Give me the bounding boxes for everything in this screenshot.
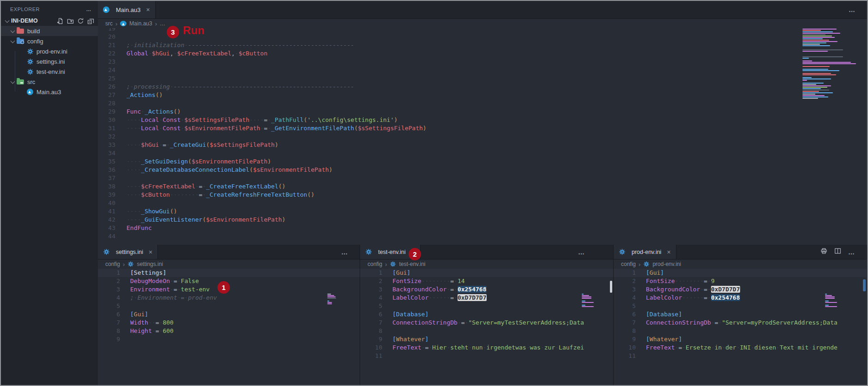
chevron-down-icon[interactable] xyxy=(10,39,17,43)
minimap[interactable] xyxy=(582,294,596,309)
breadcrumb-file[interactable]: Main.au3 xyxy=(129,20,152,27)
print-icon[interactable] xyxy=(820,247,827,256)
code-line-27[interactable]: 27_Actions() xyxy=(98,91,867,99)
code-line-11[interactable]: 11 xyxy=(360,352,613,360)
code-line-35[interactable]: 35····_SetGuiDesign($sEnvironmentFilePat… xyxy=(98,157,867,166)
tab-settings-ini[interactable]: settings.ini× xyxy=(98,245,158,259)
code-area[interactable]: 1[Gui]2FontSize········=·143BackgroundCo… xyxy=(360,269,613,385)
code-line-38[interactable]: 38····$cFreeTextLabel·=·_CreateFreeTextL… xyxy=(98,182,867,191)
code-line-4[interactable]: 4;·Environment·=·prod-env xyxy=(98,294,360,302)
code-line-6[interactable]: 6[Gui] xyxy=(98,310,360,319)
breadcrumb-src[interactable]: src xyxy=(105,20,113,27)
tree-root-row[interactable]: INI-DEMO xyxy=(1,16,98,26)
code-line-9[interactable]: 9[Whatever] xyxy=(614,335,867,344)
code-line-6[interactable]: 6[Database] xyxy=(360,310,613,319)
chevron-down-icon[interactable] xyxy=(5,18,11,23)
code-line-11[interactable]: 11 xyxy=(614,352,867,360)
breadcrumb-folder[interactable]: config xyxy=(105,261,120,267)
tree-item-src[interactable]: src xyxy=(1,77,98,87)
code-line-7[interactable]: 7ConnectionStringDb·=·"Server=myProdServ… xyxy=(614,319,867,327)
code-line-10[interactable]: 10FreeText·=·Hier·steht·nun·irgendetwas·… xyxy=(360,344,613,352)
code-line-7[interactable]: 7ConnectionStringDb·=·"Server=myTestServ… xyxy=(360,319,613,327)
code-line-1[interactable]: 1[Gui] xyxy=(360,269,613,277)
close-icon[interactable]: × xyxy=(146,6,150,13)
minimap[interactable] xyxy=(327,294,341,306)
code-line-10[interactable]: 10FreeText·=·Ersetze·in·der·INI·diesen·T… xyxy=(614,344,867,352)
close-icon[interactable]: × xyxy=(149,248,152,256)
breadcrumb-file[interactable]: settings.ini xyxy=(137,261,163,267)
code-line-7[interactable]: 7Width··=·800 xyxy=(98,319,360,327)
code-line-30[interactable]: 30····Local·Const·$sSettingsFilePath····… xyxy=(98,116,867,124)
code-line-23[interactable]: 23 xyxy=(98,58,867,66)
code-line-40[interactable]: 40 xyxy=(98,199,867,207)
editor-more-icon[interactable]: … xyxy=(578,248,585,256)
line-number: 39 xyxy=(98,191,115,199)
code-line-4[interactable]: 4LabelColor······=·0xD7D7D7 xyxy=(360,294,613,302)
code-line-28[interactable]: 28 xyxy=(98,99,867,108)
code-line-8[interactable]: 8 xyxy=(614,327,867,335)
code-line-32[interactable]: 32 xyxy=(98,133,867,141)
code-line-21[interactable]: 21;·initialization·---------------------… xyxy=(98,41,867,49)
code-line-19[interactable]: 19 xyxy=(98,28,867,33)
minimap[interactable] xyxy=(802,27,862,99)
code-line-9[interactable]: 9[Whatever] xyxy=(360,335,613,344)
split-icon[interactable] xyxy=(834,247,841,256)
code-line-43[interactable]: 43EndFunc xyxy=(98,224,867,232)
code-line-25[interactable]: 25 xyxy=(98,74,867,83)
line-number: 3 xyxy=(360,285,382,294)
tree-item-settings-ini[interactable]: settings.ini xyxy=(1,56,98,66)
breadcrumb-folder[interactable]: config xyxy=(621,261,636,267)
code-line-29[interactable]: 29Func·_Actions() xyxy=(98,108,867,116)
close-icon[interactable]: × xyxy=(667,248,670,256)
new-folder-icon[interactable] xyxy=(67,18,74,24)
editor-more-icon[interactable]: … xyxy=(848,248,855,256)
code-area[interactable]: 1[Gui]2FontSize········=·93BackgroundCol… xyxy=(614,269,867,385)
editor-more-icon[interactable]: … xyxy=(341,248,348,256)
code-line-41[interactable]: 41····_ShowGui() xyxy=(98,207,867,216)
code-line-5[interactable]: 5 xyxy=(98,302,360,310)
code-line-42[interactable]: 42····_GuiEventListener($sEnvironmentFil… xyxy=(98,216,867,224)
code-line-31[interactable]: 31····Local·Const·$sEnvironmentFilePath·… xyxy=(98,124,867,133)
breadcrumb-file[interactable]: test-env.ini xyxy=(399,261,425,267)
chevron-down-icon[interactable] xyxy=(10,79,17,84)
breadcrumb-file[interactable]: prod-env.ini xyxy=(652,261,681,267)
tree-item-config[interactable]: config xyxy=(1,36,98,46)
tree-item-Main-au3[interactable]: Main.au3 xyxy=(1,87,98,97)
editor-more-icon[interactable]: … xyxy=(849,6,855,13)
tree-item-prod-env-ini[interactable]: prod-env.ini xyxy=(1,46,98,56)
code-line-26[interactable]: 26;·processing·-------------------------… xyxy=(98,83,867,91)
code-line-6[interactable]: 6[Database] xyxy=(614,310,867,319)
code-line-44[interactable]: 44 xyxy=(98,232,867,241)
tree-item-test-env-ini[interactable]: test-env.ini xyxy=(1,66,98,77)
tab-prod-env-ini[interactable]: prod-env.ini× xyxy=(614,245,676,259)
tree-item-build[interactable]: build xyxy=(1,26,98,36)
code-line-34[interactable]: 34 xyxy=(98,149,867,157)
code-line-24[interactable]: 24 xyxy=(98,66,867,74)
explorer-more-icon[interactable]: … xyxy=(86,6,92,12)
code-line-3[interactable]: 3BackgroundColor·=·0xD7D7D7 xyxy=(614,285,867,294)
minimap[interactable] xyxy=(825,294,839,309)
code-line-22[interactable]: 22Global·$hGui,·$cFreeTextLabel,·$cButto… xyxy=(98,49,867,58)
code-line-39[interactable]: 39····$cButton········=·_CreateRefreshFr… xyxy=(98,191,867,199)
collapse-all-icon[interactable] xyxy=(87,18,94,24)
code-line-1[interactable]: 1[Gui] xyxy=(614,269,867,277)
code-line-2[interactable]: 2FontSize········=·14 xyxy=(360,277,613,285)
code-line-33[interactable]: 33····$hGui·=·_CreateGui($sSettingsFileP… xyxy=(98,141,867,149)
breadcrumb-symbol[interactable]: … xyxy=(160,20,165,27)
code-line-9[interactable]: 9 xyxy=(98,335,360,344)
new-file-icon[interactable] xyxy=(57,18,64,24)
code-line-37[interactable]: 37 xyxy=(98,174,867,182)
code-line-20[interactable]: 20 xyxy=(98,33,867,41)
chevron-down-icon[interactable] xyxy=(10,29,17,33)
code-line-3[interactable]: 3BackgroundColor·=·0x254768 xyxy=(360,285,613,294)
refresh-icon[interactable] xyxy=(77,18,84,24)
code-line-8[interactable]: 8 xyxy=(360,327,613,335)
code-line-8[interactable]: 8Height·=·600 xyxy=(98,327,360,335)
breadcrumb-folder[interactable]: config xyxy=(368,261,382,267)
code-line-5[interactable]: 5 xyxy=(360,302,613,310)
tab-main-au3[interactable]: Main.au3 × xyxy=(98,1,156,18)
code-line-1[interactable]: 1[Settings] xyxy=(98,269,360,277)
code-line-36[interactable]: 36····_CreateDatabaseConnectionLabel($sE… xyxy=(98,166,867,174)
code-area[interactable]: 192021;·initialization·-----------------… xyxy=(98,28,867,245)
code-line-2[interactable]: 2FontSize········=·9 xyxy=(614,277,867,285)
